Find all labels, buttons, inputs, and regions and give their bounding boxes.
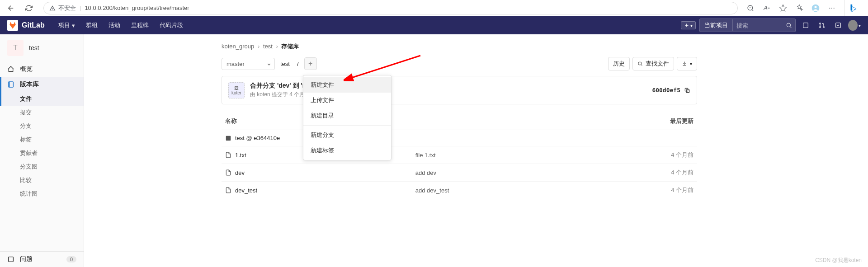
project-avatar: T bbox=[7, 40, 24, 56]
dropdown-item[interactable]: 新建标签 bbox=[303, 143, 391, 158]
issues-count: 0 bbox=[66, 256, 76, 262]
search-input[interactable] bbox=[733, 20, 783, 31]
arrow-left-icon bbox=[7, 4, 15, 12]
refresh-icon bbox=[25, 5, 33, 12]
svg-rect-18 bbox=[226, 136, 231, 141]
gitlab-logo[interactable]: GitLab bbox=[7, 20, 45, 31]
file-name-label: dev_test bbox=[235, 187, 257, 194]
refresh-button[interactable] bbox=[22, 1, 36, 15]
header-nav: 项目▾ 群组 活动 里程碑 代码片段 bbox=[54, 19, 188, 31]
favorites-bar-icon[interactable] bbox=[794, 3, 805, 14]
svg-rect-12 bbox=[9, 82, 14, 87]
col-updated: 最后更新 bbox=[626, 112, 697, 130]
branch-selector[interactable]: master bbox=[222, 58, 275, 70]
commit-avatar: 🖼koter bbox=[228, 82, 245, 98]
zoom-out-icon[interactable] bbox=[745, 3, 756, 14]
content: koten_group › test › 存储库 master test / +… bbox=[211, 34, 708, 267]
svg-point-4 bbox=[831, 8, 832, 9]
sidebar-sub-item[interactable]: 标签 bbox=[0, 133, 84, 146]
chevron-down-icon: ▾ bbox=[72, 22, 75, 29]
sidebar: T test 概览 版本库 文件提交分支标签贡献者分支图比较统计图 问题 0 bbox=[0, 34, 84, 267]
back-button[interactable] bbox=[4, 1, 18, 15]
bing-icon[interactable] bbox=[844, 0, 861, 16]
sidebar-sub-item[interactable]: 贡献者 bbox=[0, 146, 84, 160]
dropdown-item[interactable]: 上传文件 bbox=[303, 93, 391, 108]
nav-activity[interactable]: 活动 bbox=[104, 19, 125, 31]
user-menu[interactable]: ▾ bbox=[848, 19, 861, 32]
header-plus-button[interactable]: ▾ bbox=[681, 21, 696, 29]
commit-msg[interactable]: add dev_test bbox=[412, 182, 626, 199]
commit-sha[interactable]: 600d0ef5 bbox=[652, 87, 680, 94]
svg-point-3 bbox=[829, 8, 830, 9]
commit-msg[interactable] bbox=[412, 130, 626, 146]
download-button[interactable]: ▾ bbox=[677, 57, 697, 70]
url-bar[interactable]: 不安全 | 10.0.0.200/koten_group/test/tree/m… bbox=[43, 2, 738, 14]
svg-point-5 bbox=[834, 8, 835, 9]
updated-time bbox=[626, 130, 697, 146]
dropdown-item[interactable]: 新建分支 bbox=[303, 127, 391, 143]
add-button[interactable]: + bbox=[304, 57, 317, 70]
copy-icon[interactable] bbox=[684, 87, 690, 94]
tanuki-icon bbox=[9, 21, 17, 29]
repo-icon bbox=[7, 81, 14, 88]
issues-icon bbox=[7, 256, 14, 263]
search-scope[interactable]: 当前项目 bbox=[700, 19, 733, 31]
breadcrumb-group[interactable]: koten_group bbox=[222, 43, 254, 50]
file-name-label: test @ e364410e bbox=[235, 135, 280, 141]
chevron-down-icon: ▾ bbox=[690, 23, 693, 28]
header-search: 当前项目 bbox=[699, 19, 796, 32]
path-root[interactable]: test bbox=[278, 61, 292, 67]
breadcrumb: koten_group › test › 存储库 bbox=[222, 40, 697, 57]
sidebar-sub-item[interactable]: 统计图 bbox=[0, 187, 84, 201]
svg-point-10 bbox=[823, 27, 825, 28]
repo-toolbar: master test / + 新建文件上传文件新建目录 新建分支新建标签 历史… bbox=[222, 57, 697, 70]
sidebar-item-repository[interactable]: 版本库 bbox=[0, 77, 84, 92]
svg-point-8 bbox=[820, 23, 821, 24]
file-name-label: dev bbox=[235, 169, 245, 176]
commit-msg[interactable]: file 1.txt bbox=[412, 146, 626, 164]
svg-rect-13 bbox=[9, 257, 14, 262]
search-icon[interactable] bbox=[783, 19, 795, 32]
svg-rect-7 bbox=[803, 23, 808, 28]
breadcrumb-project[interactable]: test bbox=[263, 43, 273, 50]
nav-snippets[interactable]: 代码片段 bbox=[155, 19, 188, 31]
col-msg bbox=[412, 112, 626, 130]
merge-requests-icon[interactable] bbox=[816, 19, 828, 32]
nav-projects[interactable]: 项目▾ bbox=[54, 19, 80, 31]
add-dropdown: 新建文件上传文件新建目录 新建分支新建标签 bbox=[303, 75, 392, 160]
history-button[interactable]: 历史 bbox=[608, 57, 630, 70]
submodule-icon bbox=[225, 135, 231, 141]
avatar bbox=[848, 20, 858, 31]
table-row[interactable]: dev_testadd dev_test4 个月前 bbox=[222, 182, 697, 199]
favorite-icon[interactable] bbox=[778, 3, 788, 14]
file-icon bbox=[225, 187, 231, 193]
table-row[interactable]: test @ e364410e bbox=[222, 130, 697, 146]
commit-msg[interactable]: add dev bbox=[412, 164, 626, 182]
sidebar-sub-item[interactable]: 提交 bbox=[0, 106, 84, 119]
table-row[interactable]: devadd dev4 个月前 bbox=[222, 164, 697, 182]
todos-icon[interactable] bbox=[832, 19, 844, 32]
sidebar-sub-item[interactable]: 文件 bbox=[0, 92, 84, 106]
profile-icon[interactable] bbox=[810, 3, 821, 14]
chevron-down-icon: ▾ bbox=[690, 61, 692, 66]
sidebar-sub-item[interactable]: 比较 bbox=[0, 173, 84, 187]
svg-point-6 bbox=[787, 23, 790, 27]
issues-icon[interactable] bbox=[799, 19, 812, 32]
sidebar-item-issues[interactable]: 问题 0 bbox=[0, 252, 84, 267]
table-row[interactable]: 1.txtfile 1.txt4 个月前 bbox=[222, 146, 697, 164]
watermark: CSDN @我是koten bbox=[815, 257, 862, 264]
sidebar-sub-item[interactable]: 分支 bbox=[0, 119, 84, 133]
project-header[interactable]: T test bbox=[0, 34, 84, 61]
dropdown-item[interactable]: 新建文件 bbox=[303, 77, 391, 93]
sidebar-item-overview[interactable]: 概览 bbox=[0, 61, 84, 77]
nav-groups[interactable]: 群组 bbox=[81, 19, 102, 31]
more-icon[interactable] bbox=[826, 3, 837, 14]
read-aloud-icon[interactable]: A» bbox=[761, 3, 772, 14]
nav-milestones[interactable]: 里程碑 bbox=[127, 19, 153, 31]
find-file-button[interactable]: 查找文件 bbox=[632, 57, 674, 70]
dropdown-item[interactable]: 新建目录 bbox=[303, 108, 391, 123]
updated-time: 4 个月前 bbox=[626, 164, 697, 182]
sidebar-sub-item[interactable]: 分支图 bbox=[0, 160, 84, 173]
breadcrumb-page: 存储库 bbox=[281, 43, 299, 50]
download-icon bbox=[682, 61, 687, 66]
